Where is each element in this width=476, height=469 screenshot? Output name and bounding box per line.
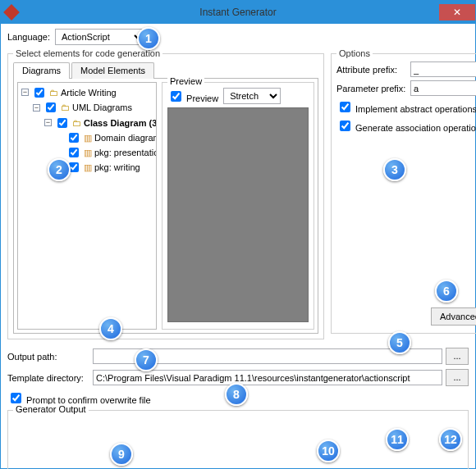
tree-label: pkg: writing	[94, 161, 140, 174]
window-title: Instant Generator	[199, 7, 276, 18]
folder-icon: 🗀	[61, 101, 70, 114]
close-window-button[interactable]: ✕	[439, 4, 475, 20]
tree-check[interactable]	[69, 133, 79, 143]
template-dir-label: Template directory:	[7, 373, 88, 383]
options-legend: Options	[336, 48, 373, 58]
options-group: Options Attribute prefix: Parameter pref…	[331, 48, 476, 334]
folder-icon: 🗀	[72, 116, 81, 130]
language-select[interactable]: ActionScript	[55, 29, 145, 45]
tree-check[interactable]	[69, 148, 79, 157]
template-dir-input[interactable]	[93, 370, 442, 385]
generator-output-legend: Generator Output	[13, 404, 89, 414]
gen-assoc-option[interactable]: Generate association operations	[336, 118, 476, 134]
tab-model-elements[interactable]: Model Elements	[71, 62, 154, 79]
tree-check[interactable]	[46, 102, 56, 112]
app-icon	[3, 4, 20, 20]
language-label: Language:	[7, 32, 50, 42]
param-prefix-label: Parameter prefix:	[336, 84, 410, 93]
tree-check[interactable]	[57, 118, 67, 128]
preview-checkbox[interactable]	[171, 91, 181, 102]
diagram-icon: ▥	[84, 161, 92, 174]
tree-check[interactable]	[69, 162, 79, 172]
dialog-window: Instant Generator ✕ Language: ActionScri…	[0, 0, 476, 469]
expand-icon[interactable]: −	[33, 104, 40, 112]
preview-mode-select[interactable]: Stretch	[223, 88, 281, 104]
select-elements-legend: Select elements for code generation	[13, 48, 162, 58]
tree-label: pkg: presentation	[94, 146, 157, 159]
generator-output-group: Generator Output	[7, 410, 469, 469]
diagram-icon: ▥	[84, 131, 92, 144]
output-path-input[interactable]	[93, 348, 442, 364]
titlebar: Instant Generator ✕	[1, 1, 475, 24]
expand-icon[interactable]: −	[44, 119, 52, 126]
expand-icon[interactable]: −	[21, 89, 29, 96]
template-dir-browse-button[interactable]: ...	[446, 369, 469, 386]
preview-canvas	[167, 107, 309, 322]
tree-label: UML Diagrams	[72, 101, 132, 114]
output-path-label: Output path:	[7, 352, 88, 362]
tree-label: Class Diagram (3)	[84, 116, 157, 130]
tree-check[interactable]	[34, 88, 44, 98]
tree-label: Domain diagram	[94, 131, 157, 144]
diagram-icon: ▥	[84, 146, 92, 159]
output-path-browse-button[interactable]: ...	[446, 348, 469, 365]
folder-icon: 🗀	[49, 86, 58, 99]
select-elements-group: Select elements for code generation Diag…	[7, 48, 324, 339]
preview-checkbox-label[interactable]: Preview	[167, 89, 218, 104]
tab-diagrams[interactable]: Diagrams	[13, 62, 70, 79]
advanced-options-button[interactable]: Advanced Options...	[431, 307, 476, 326]
attr-prefix-input[interactable]	[410, 61, 476, 77]
param-prefix-input[interactable]	[410, 80, 476, 96]
preview-group: Preview Preview Stretch	[162, 82, 314, 330]
element-tree[interactable]: −🗀Article Writing −🗀UML Diagrams −🗀Class…	[17, 82, 157, 330]
attr-prefix-label: Attribute prefix:	[336, 65, 410, 75]
tree-label: Article Writing	[61, 86, 117, 99]
impl-abstract-option[interactable]: Implement abstract operations	[336, 99, 476, 115]
